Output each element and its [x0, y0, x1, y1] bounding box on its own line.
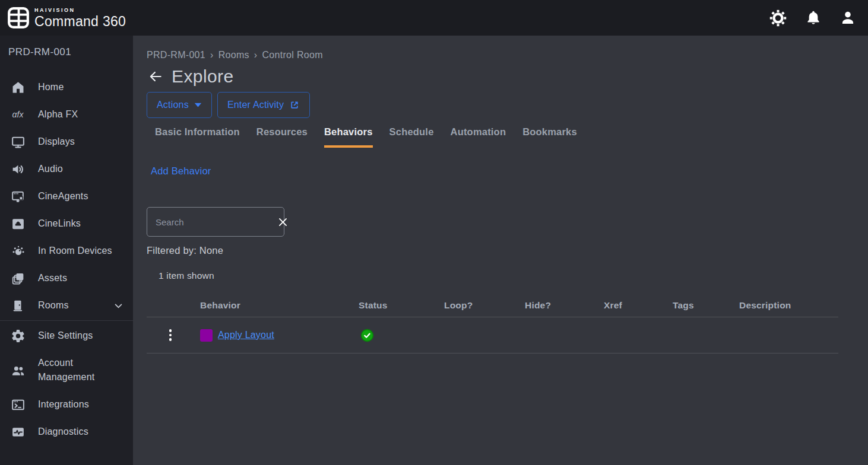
- main-content: PRD-RM-001›Rooms›Control Room Explore Ac…: [133, 36, 868, 465]
- cinelinks-icon: [9, 215, 26, 232]
- sidebar-item-label: Home: [38, 80, 64, 94]
- page-title: Explore: [172, 66, 234, 87]
- tab-behaviors[interactable]: Behaviors: [316, 126, 381, 148]
- breadcrumb-rooms[interactable]: Rooms: [218, 50, 249, 60]
- tab-basic-information[interactable]: Basic Information: [147, 126, 248, 148]
- topbar: HAIVISION Command 360: [0, 0, 868, 36]
- actions-button[interactable]: Actions: [147, 92, 212, 118]
- sidebar-item-account-management[interactable]: Account Management: [0, 349, 133, 391]
- alpha-fx-icon: αfx: [9, 106, 26, 123]
- enter-activity-label: Enter Activity: [227, 100, 284, 110]
- breadcrumb-current: Control Room: [262, 50, 322, 60]
- breadcrumb: PRD-RM-001›Rooms›Control Room: [147, 50, 838, 60]
- table-row: Apply Layout: [147, 317, 838, 353]
- sidebar-item-rooms[interactable]: Rooms: [0, 292, 133, 319]
- sidebar-divider: [0, 320, 133, 321]
- sidebar-item-integrations[interactable]: Integrations: [0, 391, 133, 418]
- in-room-devices-icon: [9, 243, 26, 259]
- cineagents-icon: [9, 188, 26, 205]
- person-icon: [840, 9, 856, 26]
- assets-icon: [9, 270, 26, 286]
- column-header-description: Description: [739, 300, 838, 311]
- sidebar-item-label: Rooms: [38, 298, 69, 313]
- terminal-icon: [9, 396, 26, 413]
- tab-resources[interactable]: Resources: [248, 126, 316, 148]
- sidebar-item-in-room-devices[interactable]: In Room Devices: [0, 237, 133, 265]
- status-active-icon: [360, 329, 374, 342]
- breadcrumb-separator: ›: [254, 50, 258, 60]
- sidebar-item-label: Alpha FX: [38, 107, 78, 122]
- behaviors-table: Behavior Status Loop? Hide? Xref Tags De…: [147, 294, 838, 353]
- back-button[interactable]: [148, 69, 163, 84]
- notifications-button[interactable]: [805, 9, 822, 26]
- sidebar-item-cineagents[interactable]: CineAgents: [0, 183, 133, 210]
- items-shown-text: 1 item shown: [159, 270, 838, 281]
- people-icon: [9, 362, 26, 378]
- breadcrumb-site[interactable]: PRD-RM-001: [147, 50, 205, 60]
- back-arrow-icon: [148, 69, 163, 84]
- audio-icon: [9, 161, 26, 177]
- column-header-tags: Tags: [673, 300, 739, 311]
- home-icon: [9, 79, 26, 95]
- search-input[interactable]: [156, 217, 274, 227]
- filtered-by-text: Filtered by: None: [147, 245, 838, 256]
- settings-button[interactable]: [769, 9, 787, 27]
- sidebar-item-cinelinks[interactable]: CineLinks: [0, 210, 133, 237]
- sidebar-item-label: Displays: [38, 135, 75, 149]
- chevron-down-icon[interactable]: [113, 301, 123, 311]
- tab-bar: Basic Information Resources Behaviors Sc…: [147, 126, 838, 148]
- tab-bookmarks[interactable]: Bookmarks: [514, 126, 585, 148]
- app-logo[interactable]: HAIVISION Command 360: [7, 7, 126, 29]
- sidebar-item-label: Audio: [38, 162, 63, 176]
- table-header-row: Behavior Status Loop? Hide? Xref Tags De…: [147, 294, 838, 317]
- behavior-link[interactable]: Apply Layout: [218, 330, 274, 340]
- sidebar-nav: Home αfx Alpha FX Displays: [0, 74, 133, 445]
- column-header-behavior: Behavior: [200, 300, 359, 311]
- add-behavior-link[interactable]: Add Behavior: [151, 165, 211, 177]
- sidebar-item-audio[interactable]: Audio: [0, 155, 133, 183]
- column-header-hide: Hide?: [525, 300, 604, 311]
- sidebar-item-displays[interactable]: Displays: [0, 128, 133, 155]
- sidebar-item-home[interactable]: Home: [0, 74, 133, 101]
- column-header-xref: Xref: [604, 300, 673, 311]
- sidebar-item-label: CineAgents: [38, 189, 88, 203]
- bell-icon: [805, 9, 822, 26]
- tab-automation[interactable]: Automation: [442, 126, 515, 148]
- sidebar-item-site-settings[interactable]: Site Settings: [0, 322, 133, 349]
- column-header-loop: Loop?: [444, 300, 525, 311]
- breadcrumb-separator: ›: [210, 50, 214, 60]
- gear-icon: [9, 327, 26, 344]
- column-header-status: Status: [359, 300, 444, 311]
- sidebar-item-assets[interactable]: Assets: [0, 265, 133, 292]
- brand-name: HAIVISION: [34, 8, 126, 13]
- clear-search-button[interactable]: [277, 216, 289, 228]
- sidebar: PRD-RM-001 Home αfx Alpha FX: [0, 36, 133, 465]
- sidebar-item-label: Integrations: [38, 397, 89, 412]
- gear-icon: [769, 9, 787, 27]
- sidebar-item-label: Diagnostics: [38, 425, 88, 439]
- tab-schedule[interactable]: Schedule: [381, 126, 442, 148]
- rooms-icon: [9, 297, 26, 314]
- external-link-icon: [289, 100, 300, 110]
- displays-icon: [9, 133, 26, 150]
- sidebar-item-label: In Room Devices: [38, 244, 112, 258]
- sidebar-item-diagnostics[interactable]: Diagnostics: [0, 418, 133, 445]
- sidebar-item-label: Account Management: [38, 356, 113, 384]
- sidebar-item-alpha-fx[interactable]: αfx Alpha FX: [0, 101, 133, 128]
- sidebar-item-label: CineLinks: [38, 216, 81, 231]
- close-icon: [277, 216, 289, 228]
- sidebar-item-label: Site Settings: [38, 329, 93, 343]
- enter-activity-button[interactable]: Enter Activity: [217, 92, 310, 118]
- caret-down-icon: [194, 103, 202, 107]
- pulse-chart-icon: [9, 423, 26, 440]
- haivision-logo-icon: [7, 7, 30, 29]
- account-button[interactable]: [840, 9, 856, 26]
- product-name: Command 360: [34, 15, 126, 28]
- sidebar-item-label: Assets: [38, 271, 67, 285]
- search-box: [147, 207, 284, 237]
- site-label: PRD-RM-001: [0, 46, 133, 58]
- behavior-color-swatch: [200, 329, 213, 342]
- row-menu-button[interactable]: [165, 329, 176, 341]
- actions-button-label: Actions: [157, 100, 189, 110]
